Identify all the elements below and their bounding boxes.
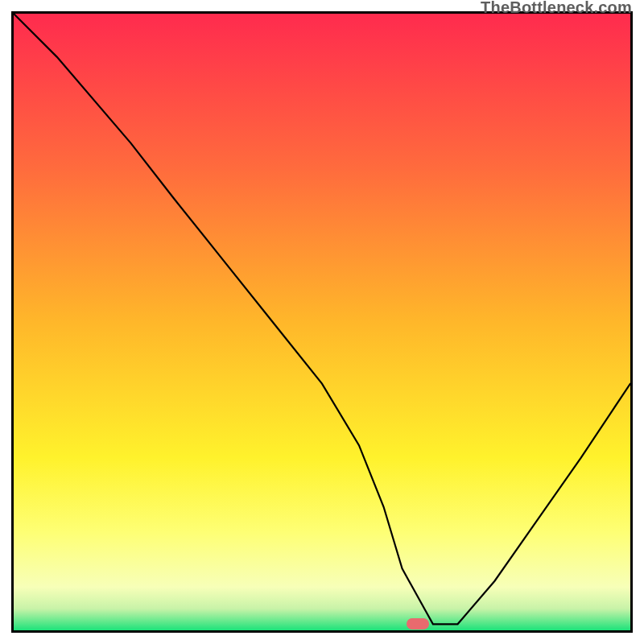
- bottleneck-curve: [14, 14, 630, 630]
- chart-container: TheBottleneck.com: [0, 0, 644, 644]
- optimal-marker: [407, 618, 429, 630]
- plot-area: [11, 11, 633, 633]
- watermark-label: TheBottleneck.com: [481, 0, 632, 17]
